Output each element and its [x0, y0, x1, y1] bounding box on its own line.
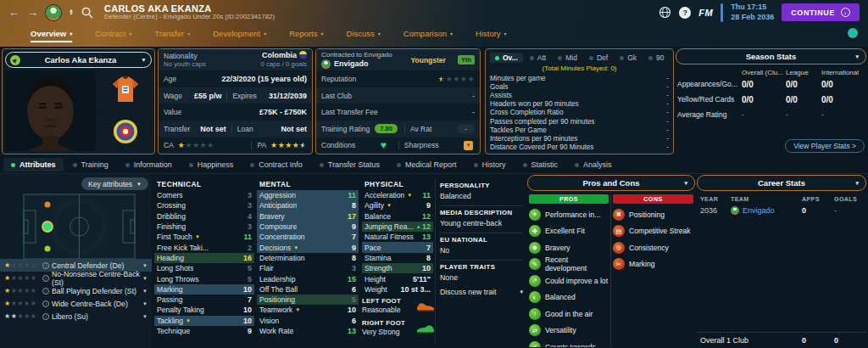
stat-row: Distance Covered Per 90 Minutes - [490, 143, 669, 152]
info-icon[interactable]: i [42, 300, 49, 307]
con-item[interactable]: ✖ Positioning [613, 206, 693, 223]
stats-tab[interactable]: 90 [643, 53, 669, 63]
pros-header: PROS [529, 194, 609, 204]
stats-tab[interactable]: Att [525, 53, 551, 63]
main-nav-tabs: Overview ▾ Contract ▾ Transfer ▾ Develop… [0, 25, 868, 47]
info-icon[interactable]: i [42, 262, 49, 269]
chevron-down-icon[interactable]: ▼ [142, 263, 147, 268]
position-row[interactable]: ★★★★★ i No-Nonsense Centre-Back (St) ▼ [0, 272, 152, 284]
info-icon[interactable]: i [42, 275, 49, 282]
pro-item[interactable]: ⇄ Versatility [529, 323, 609, 340]
left-boot-icon [416, 300, 435, 312]
con-item[interactable]: ▤ Competitive Streak [613, 223, 693, 240]
notification-dot[interactable] [848, 28, 858, 38]
chevron-down-icon[interactable]: ▼ [142, 301, 147, 306]
detail-tab[interactable]: Contract Info [242, 158, 310, 171]
tab-dot-icon [495, 56, 499, 60]
detail-tab[interactable]: Information [118, 158, 180, 171]
season-stats-header[interactable]: Season Stats ▾ [676, 48, 866, 65]
pros-cons-header[interactable]: Pros and Cons ▾ [527, 175, 695, 191]
position-row[interactable]: ★★★★★ i Libero (Su) ▼ [0, 310, 152, 323]
nav-tab[interactable]: Development ▾ [213, 29, 266, 42]
detail-tab[interactable]: History [466, 158, 514, 171]
con-item[interactable]: ✂ Marking [613, 256, 693, 273]
search-icon[interactable] [81, 7, 93, 19]
trend-arrow-icon: ▼ [295, 307, 300, 312]
nav-tab[interactable]: History ▾ [476, 29, 507, 42]
detail-tab[interactable]: Analysis [567, 158, 620, 171]
pro-item[interactable]: ↑ Good in the air [529, 306, 609, 323]
detail-tab[interactable]: Statistic [515, 158, 566, 171]
career-row: 2036 Envigado 0 - [697, 203, 866, 217]
tab-dot-icon [250, 163, 254, 167]
player-status-icon: ▶ [10, 55, 20, 65]
detail-tab[interactable]: Training [65, 158, 116, 171]
stats-tab[interactable]: Ov... [490, 53, 523, 63]
pro-item[interactable]: ◆ Bravery [529, 239, 609, 256]
detail-tab[interactable]: Medical Report [389, 158, 465, 171]
chevron-down-icon: ▾ [264, 31, 266, 36]
attribute-row: Concentration 7 [257, 232, 359, 242]
player-name-dropdown[interactable]: ▶ Carlos Aka Ekanza ▼ [5, 52, 152, 68]
pro-icon: ✚ [529, 225, 541, 237]
help-icon[interactable]: ? [679, 7, 691, 19]
pro-item[interactable]: ✦ Performance in... [529, 206, 609, 223]
nav-tab[interactable]: Reports ▾ [289, 29, 323, 42]
career-stats-header[interactable]: Career Stats ▾ [697, 175, 866, 191]
fm-logo: FM [698, 8, 713, 18]
position-dot-cd[interactable] [42, 222, 53, 232]
attribute-row: Leadership 15 [257, 273, 359, 283]
pro-icon: ✦ [529, 209, 541, 221]
club-badge-icon [731, 206, 739, 215]
pro-item[interactable]: ✔ Counts towards... [529, 339, 609, 347]
view-player-stats-button[interactable]: View Player Stats > [785, 139, 865, 153]
back-icon[interactable]: ← [8, 7, 19, 18]
position-row[interactable]: ★★★★★ i Wide Centre-Back (De) ▼ [0, 297, 152, 310]
last-fee-row: Last Transfer Fee - [316, 104, 480, 121]
tab-dot-icon [320, 163, 324, 167]
forward-icon[interactable]: → [27, 7, 38, 18]
player-cycle-icon[interactable]: ▲▼ [69, 9, 74, 15]
nav-tab[interactable]: Transfer ▾ [154, 29, 190, 42]
globe-icon[interactable] [659, 6, 671, 19]
nav-tab[interactable]: Overview ▾ [31, 29, 72, 42]
value-row: Value £75K - £750K [159, 104, 312, 121]
club-badge-icon[interactable] [46, 5, 61, 20]
pro-item[interactable]: ↗ Could improve a lot [529, 272, 609, 289]
tab-dot-icon [530, 56, 534, 60]
position-dot-dm[interactable] [45, 202, 51, 208]
team-link[interactable]: Envigado [743, 206, 775, 215]
nav-tab[interactable]: Contract ▾ [95, 29, 131, 42]
chevron-down-icon[interactable]: ▼ [142, 314, 147, 319]
chevron-down-icon[interactable]: ▼ [142, 289, 147, 294]
season-stats-panel: Season Stats ▾ Overall (Clu... League In… [676, 48, 866, 154]
stats-tab[interactable]: Def [584, 53, 613, 63]
nav-tab[interactable]: Comparison ▾ [403, 29, 453, 42]
key-attributes-dropdown[interactable]: Key attributes ▼ [81, 177, 148, 190]
pro-item[interactable]: ◐ Balanced [529, 289, 609, 306]
tab-dot-icon [189, 163, 193, 167]
age-row: Age 22/3/2020 (15 years old) [159, 70, 312, 87]
stats-tabs: Ov... Att Mid Def Gk [490, 51, 669, 65]
stats-tab[interactable]: Gk [615, 53, 642, 63]
stats-tab[interactable]: Mid [553, 53, 582, 63]
position-dot-wcb[interactable] [45, 246, 51, 252]
chevron-down-icon[interactable]: ▼ [142, 276, 147, 281]
training-rating-row: Training Rating 7.80 Av Rat - [316, 121, 480, 138]
con-item[interactable]: ◎ Consistency [613, 239, 693, 256]
pro-item[interactable]: ✎ Recent development [529, 256, 609, 273]
pro-item[interactable]: ✚ Excellent Fit [529, 223, 609, 240]
position-row[interactable]: ★★★★★ i Ball Playing Defender (St) ▼ [0, 284, 152, 297]
info-icon[interactable]: i [42, 288, 49, 295]
continue-button[interactable]: CONTINUE › [782, 3, 860, 21]
detail-tab[interactable]: Happiness [181, 158, 242, 171]
trend-arrow-icon: ▼ [293, 245, 298, 250]
sharpness-icon: ▾ [464, 141, 473, 150]
discuss-new-trait[interactable]: Discuss new trait ▾ [440, 288, 523, 296]
detail-tab[interactable]: Transfer Status [312, 158, 387, 171]
detail-tab[interactable]: Attributes [3, 158, 64, 171]
stats-overview-panel: Ov... Att Mid Def Gk [485, 48, 674, 154]
info-icon[interactable]: i [42, 313, 49, 320]
attribute-row: Decisions ▼ 9 [257, 242, 359, 252]
nav-tab[interactable]: Discuss ▾ [347, 29, 381, 42]
